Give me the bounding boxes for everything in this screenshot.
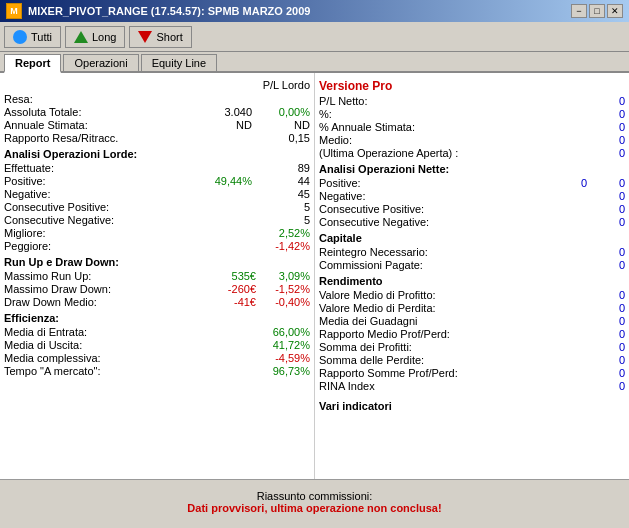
ultima-op-label: (Ultima Operazione Aperta) : [319,147,458,159]
reintegro-label: Reintegro Necessario: [319,246,428,258]
cons-positive-label: Consecutive Positive: [4,201,109,213]
rina-val: 0 [595,380,625,392]
medio-label: Medio: [319,134,352,146]
title-bar: M MIXER_PIVOT_RANGE (17.54.57): SPMB MAR… [0,0,629,22]
efficienza-title: Efficienza: [4,312,310,324]
app-icon: M [6,3,22,19]
minimize-button[interactable]: − [571,4,587,18]
main-content: P/L Lordo Resa: Assoluta Totale: 3.040 0… [0,73,629,479]
perc-val: 0 [595,108,625,120]
versione-pro-title: Versione Pro [319,79,625,93]
short-icon [138,31,152,43]
riassunto-label: Riassunto commissioni: [4,490,625,502]
assoluta-totale-val1: 3.040 [202,106,252,118]
media-uscita-val: 41,72% [260,339,310,351]
window-controls: − □ ✕ [571,4,623,18]
annuale-stimata-label: Annuale Stimata: [4,119,88,131]
cons-neg-n-val: 0 [595,216,625,228]
rapporto-prof-perd-label: Rapporto Medio Prof/Perd: [319,328,450,340]
tempo-mercato-label: Tempo "A mercato": [4,365,100,377]
positive-label: Positive: [4,175,46,187]
peggiore-val: -1,42% [260,240,310,252]
rina-label: RINA Index [319,380,375,392]
somma-perdite-val: 0 [595,354,625,366]
bottom-bar: Riassunto commissioni: Dati provvisori, … [0,479,629,523]
negative-n-val: 0 [595,190,625,202]
negative-val: 45 [260,188,310,200]
positive-pct: 49,44% [202,175,252,187]
massimo-dd-val1: -260€ [206,283,256,295]
somma-profitti-val: 0 [595,341,625,353]
dd-medio-val1: -41€ [206,296,256,308]
tab-bar: Report Operazioni Equity Line [0,52,629,73]
migliore-val: 2,52% [260,227,310,239]
assoluta-totale-label: Assoluta Totale: [4,106,81,118]
tempo-mercato-val: 96,73% [260,365,310,377]
dd-medio-val2: -0,40% [260,296,310,308]
close-button[interactable]: ✕ [607,4,623,18]
negative-n-label: Negative: [319,190,365,202]
commissioni-label: Commissioni Pagate: [319,259,423,271]
perc-annuale-val: 0 [595,121,625,133]
window-title: MIXER_PIVOT_RANGE (17.54.57): SPMB MARZO… [28,5,310,17]
right-panel: Versione Pro P/L Netto: 0 %: 0 % Annuale… [315,73,629,479]
positive-num: 44 [260,175,310,187]
perc-label: %: [319,108,332,120]
val-medio-perdita-val: 0 [595,302,625,314]
somma-perdite-label: Somma delle Perdite: [319,354,424,366]
media-guadagni-val: 0 [595,315,625,327]
short-label: Short [156,31,182,43]
long-button[interactable]: Long [65,26,125,48]
tutti-label: Tutti [31,31,52,43]
rapporto-label: Rapporto Resa/Ritracc. [4,132,118,144]
pl-lordo-header: P/L Lordo [240,79,310,91]
reintegro-val: 0 [595,246,625,258]
negative-label: Negative: [4,188,50,200]
cons-pos-n-val: 0 [595,203,625,215]
tab-report[interactable]: Report [4,54,61,73]
medio-val: 0 [595,134,625,146]
tab-equity-line[interactable]: Equity Line [141,54,217,71]
resa-title: Resa: [4,93,33,105]
warning-label: Dati provvisori, ultima operazione non c… [4,502,625,514]
rapporto-val: 0,15 [260,132,310,144]
capitale-title: Capitale [319,232,625,244]
media-guadagni-label: Media dei Guadagni [319,315,417,327]
cons-positive-val: 5 [260,201,310,213]
pl-netto-val: 0 [595,95,625,107]
media-uscita-label: Media di Uscita: [4,339,82,351]
rapporto-somme-val: 0 [595,367,625,379]
pl-netto-label: P/L Netto: [319,95,368,107]
cons-negative-val: 5 [260,214,310,226]
cons-pos-n-label: Consecutive Positive: [319,203,424,215]
annuale-stimata-val1: ND [202,119,252,131]
peggiore-label: Peggiore: [4,240,51,252]
massimo-runup-label: Massimo Run Up: [4,270,91,282]
rapporto-prof-perd-val: 0 [595,328,625,340]
somma-profitti-label: Somma dei Profitti: [319,341,412,353]
long-icon [74,31,88,43]
positive-n-val2: 0 [595,177,625,189]
tutti-button[interactable]: Tutti [4,26,61,48]
val-medio-perdita-label: Valore Medio di Perdita: [319,302,436,314]
massimo-dd-label: Massimo Draw Down: [4,283,111,295]
media-entrata-val: 66,00% [260,326,310,338]
media-entrata-label: Media di Entrata: [4,326,87,338]
positive-n-label: Positive: [319,177,361,189]
effettuate-val: 89 [260,162,310,174]
long-label: Long [92,31,116,43]
runup-title: Run Up e Draw Down: [4,256,310,268]
ultima-op-val: 0 [595,147,625,159]
vari-title: Vari indicatori [319,400,625,412]
massimo-runup-val2: 3,09% [260,270,310,282]
val-medio-profitto-label: Valore Medio di Profitto: [319,289,436,301]
cons-negative-label: Consecutive Negative: [4,214,114,226]
short-button[interactable]: Short [129,26,191,48]
left-panel: P/L Lordo Resa: Assoluta Totale: 3.040 0… [0,73,315,479]
maximize-button[interactable]: □ [589,4,605,18]
commissioni-val: 0 [595,259,625,271]
massimo-runup-val1: 535€ [206,270,256,282]
media-complessiva-val: -4,59% [260,352,310,364]
effettuate-label: Effettuate: [4,162,54,174]
tab-operazioni[interactable]: Operazioni [63,54,138,71]
